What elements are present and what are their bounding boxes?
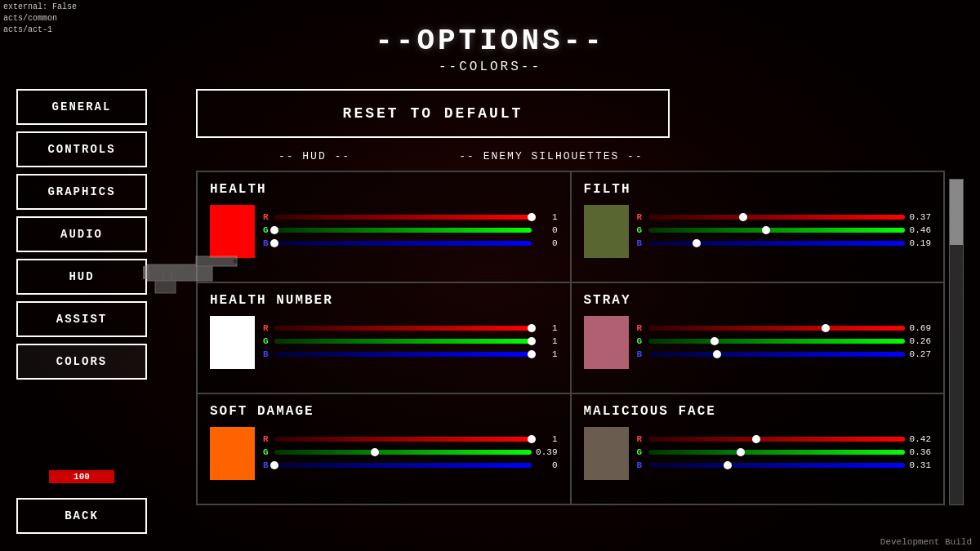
sidebar-item-assist[interactable]: ASSIST [16, 301, 147, 337]
main-panel: RESET TO DEFAULT -- HUD -- -- ENEMY SILH… [180, 81, 964, 542]
filth-g-track[interactable] [648, 228, 906, 233]
sidebar-item-graphics[interactable]: GRAPHICS [16, 174, 147, 210]
svg-rect-1 [196, 256, 237, 266]
stray-sliders: R 0.69 G [637, 323, 932, 362]
scrollbar[interactable] [949, 179, 964, 505]
mf-g-thumb[interactable] [737, 448, 745, 456]
filth-r-row: R 0.37 [637, 212, 932, 222]
mf-r-thumb[interactable] [752, 435, 760, 443]
health-r-row: R 1 [263, 212, 558, 222]
mf-b-row: B 0.31 [637, 460, 932, 470]
hn-r-track[interactable] [274, 326, 532, 331]
sd-g-track[interactable] [274, 450, 532, 455]
health-b-row: B 0 [263, 238, 558, 248]
health-r-value: 1 [535, 212, 558, 222]
health-number-sliders: R 1 G [263, 323, 558, 362]
sd-r-label: R [263, 434, 271, 444]
hn-g-row: G 1 [263, 336, 558, 346]
filth-r-track[interactable] [648, 215, 906, 220]
scrollbar-thumb[interactable] [950, 180, 963, 245]
sd-g-label: G [263, 447, 271, 457]
soft-damage-swatch [210, 427, 255, 480]
dev-build-label: Development Build [880, 537, 972, 547]
filth-content: R 0.37 G [584, 205, 932, 258]
stray-b-thumb[interactable] [713, 350, 721, 358]
health-sliders: R 1 G [263, 212, 558, 251]
sd-g-value: 0.39 [535, 447, 558, 457]
stray-g-value: 0.26 [908, 336, 931, 346]
mf-g-label: G [637, 447, 645, 457]
health-b-thumb[interactable] [270, 239, 278, 247]
hud-header: -- HUD -- [196, 150, 433, 162]
filth-g-thumb[interactable] [762, 226, 770, 234]
title-sub: --COLORS-- [375, 60, 605, 74]
sidebar-item-general[interactable]: GENERAL [16, 89, 147, 125]
stray-r-track[interactable] [648, 326, 906, 331]
title-area: --OPTIONS-- --COLORS-- [375, 0, 605, 74]
stray-swatch [584, 316, 629, 369]
enemy-header: -- ENEMY SILHOUETTES -- [433, 150, 670, 162]
sidebar-item-audio[interactable]: AUDIO [16, 216, 147, 252]
stray-r-thumb[interactable] [822, 324, 830, 332]
filth-sliders: R 0.37 G [637, 212, 932, 251]
stray-b-track[interactable] [648, 352, 906, 357]
sidebar-item-colors[interactable]: COLORS [16, 344, 147, 380]
health-g-track[interactable] [274, 228, 532, 233]
health-number-content: R 1 G [210, 316, 558, 369]
mf-g-track[interactable] [648, 450, 906, 455]
hn-g-track[interactable] [274, 339, 532, 344]
reset-button[interactable]: RESET TO DEFAULT [196, 89, 670, 138]
mf-b-thumb[interactable] [724, 461, 732, 469]
filth-swatch [584, 205, 629, 258]
health-r-thumb[interactable] [528, 213, 536, 221]
debug-info: external: False acts/common acts/act-1 [3, 2, 77, 36]
debug-line2: acts/common [3, 13, 77, 24]
filth-b-track[interactable] [648, 241, 906, 246]
mf-b-track[interactable] [648, 463, 906, 468]
hn-b-track[interactable] [274, 352, 532, 357]
svg-rect-0 [147, 264, 212, 281]
stray-b-row: B 0.27 [637, 349, 932, 359]
stray-content: R 0.69 G [584, 316, 932, 369]
filth-b-value: 0.19 [908, 238, 931, 248]
stray-r-row: R 0.69 [637, 323, 932, 333]
filth-b-thumb[interactable] [693, 239, 701, 247]
malicious-face-title: MALICIOUS FACE [584, 404, 932, 419]
stray-g-label: G [637, 336, 645, 346]
sd-b-thumb[interactable] [270, 461, 278, 469]
mf-r-label: R [637, 434, 645, 444]
hn-g-thumb[interactable] [528, 337, 536, 345]
stray-g-thumb[interactable] [710, 337, 719, 345]
hn-r-thumb[interactable] [528, 324, 536, 332]
sd-r-track[interactable] [274, 437, 532, 442]
sd-r-thumb[interactable] [528, 435, 536, 443]
filth-r-thumb[interactable] [739, 213, 747, 221]
health-g-thumb[interactable] [270, 226, 278, 234]
hn-b-thumb[interactable] [528, 350, 536, 358]
health-number-cell: HEALTH NUMBER R 1 [197, 282, 571, 393]
sd-r-value: 1 [535, 434, 558, 444]
sd-g-thumb[interactable] [371, 448, 379, 456]
svg-rect-2 [155, 281, 176, 293]
stray-cell: STRAY R 0.69 [571, 282, 945, 393]
health-b-track[interactable] [274, 241, 532, 246]
stray-g-track[interactable] [648, 339, 906, 344]
health-cell: HEALTH R 1 [197, 171, 571, 282]
mf-g-row: G 0.36 [637, 447, 932, 457]
stray-r-label: R [637, 323, 645, 333]
sidebar-item-controls[interactable]: CONTROLS [16, 131, 147, 167]
hn-g-value: 1 [535, 336, 558, 346]
stray-r-value: 0.69 [908, 323, 931, 333]
sd-b-track[interactable] [274, 463, 532, 468]
filth-cell: FILTH R 0.37 [571, 171, 945, 282]
back-button[interactable]: BACK [16, 498, 147, 534]
sd-b-row: B 0 [263, 460, 558, 470]
mf-r-track[interactable] [648, 437, 906, 442]
health-r-track[interactable] [274, 215, 532, 220]
stray-g-row: G 0.26 [637, 336, 932, 346]
hn-g-label: G [263, 336, 271, 346]
title-main: --OPTIONS-- [375, 24, 605, 58]
sidebar-item-hud[interactable]: HUD [16, 259, 147, 295]
hn-r-label: R [263, 323, 271, 333]
svg-point-4 [233, 259, 238, 264]
